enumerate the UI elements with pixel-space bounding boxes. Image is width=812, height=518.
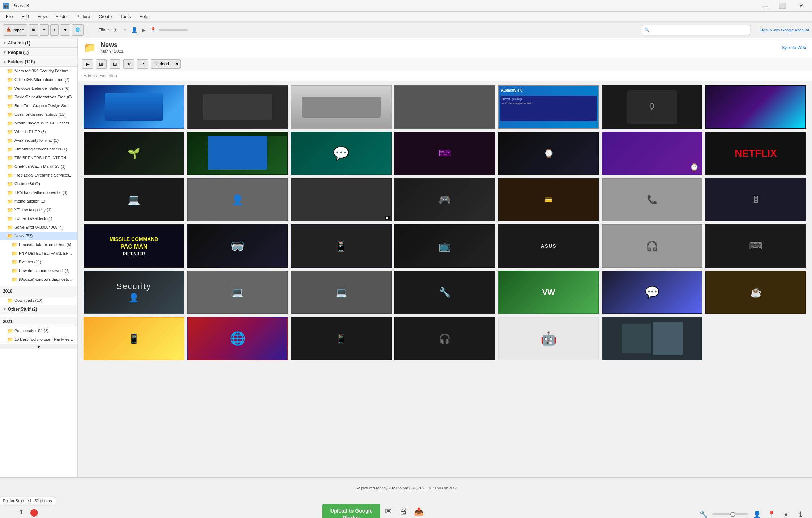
view-toggle-2[interactable]: ≡ (40, 24, 48, 36)
geo-button[interactable]: 🌐 (72, 24, 84, 36)
sidebar-scroll-down[interactable]: ▼ (0, 344, 77, 349)
sidebar-item-dhcp[interactable]: 📁 What is DHCP (3) (0, 127, 77, 136)
photo-item[interactable]: 🎧 (394, 317, 495, 360)
photo-item[interactable]: ASUS (498, 224, 599, 268)
sidebar-item-tpm[interactable]: 📁 TPM has malfucntioned fic (8) (0, 188, 77, 197)
person-icon[interactable]: 👤 (751, 509, 763, 518)
photo-item[interactable]: 📱 (291, 317, 392, 360)
filter-geo[interactable]: 📍 (149, 26, 157, 34)
photo-item[interactable]: 👤 (187, 178, 288, 221)
photo-item[interactable]: ▶ (291, 178, 392, 221)
photo-item[interactable]: ⌚ (602, 132, 703, 175)
sync-to-web-button[interactable]: Sync to Web (782, 45, 806, 50)
export-action[interactable]: 📤 Export (413, 507, 424, 518)
email-action[interactable]: ✉ Email (383, 507, 393, 518)
location-icon[interactable]: 📍 (766, 509, 777, 518)
menu-tools[interactable]: Tools (116, 13, 135, 21)
photo-item-audacity[interactable]: Audacity 3.0 How to get help — Visit our… (498, 85, 599, 129)
photo-item[interactable] (84, 85, 184, 129)
photo-item[interactable]: 📱 (291, 224, 392, 268)
sidebar-item-gaming[interactable]: 📁 Uses for gaming laptops (11) (0, 110, 77, 119)
sidebar-folders-header[interactable]: ▼ Folders (116) (0, 57, 77, 67)
photo-item-pacman[interactable]: MISSILE COMMAND PAC-MAN DEFENDER (84, 224, 184, 268)
import-button[interactable]: 📥 Import (3, 24, 27, 36)
filter-slider[interactable] (159, 29, 188, 31)
sidebar-item-streaming[interactable]: 📁 Streaming services oscars (1) (0, 145, 77, 153)
filter-video[interactable]: ▶ (140, 26, 148, 34)
sidebar-item-meme[interactable]: 📁 meme auction (1) (0, 197, 77, 205)
photo-item[interactable]: 🔧 (394, 271, 495, 314)
sidebar-item-error[interactable]: 📁 Solve Error 0x80004005 (4) (0, 223, 77, 232)
photo-item[interactable]: ⌨ (705, 224, 806, 268)
close-button[interactable]: ✕ (792, 0, 809, 12)
photo-item[interactable]: 💳 (498, 178, 599, 221)
photo-item[interactable]: 💻 (187, 271, 288, 314)
sidebar-item-downloads[interactable]: 📁 Downloads (10) (0, 296, 77, 305)
menu-file[interactable]: File (1, 13, 17, 21)
grid-button[interactable]: ⊟ (110, 59, 120, 69)
bottom-icon-1[interactable]: 🔧 (698, 509, 709, 518)
share-button[interactable]: ↗ (137, 59, 148, 69)
photo-item[interactable]: 🎙 (602, 85, 703, 129)
filter-upload[interactable]: ↑ (121, 26, 129, 34)
sidebar-item-news[interactable]: 📂 News (52) (0, 232, 77, 240)
photo-item[interactable]: 💻 (291, 271, 392, 314)
sidebar-item-berners[interactable]: 📁 TIM BERNERS LEE INTERN... (0, 153, 77, 162)
sign-in-link[interactable]: Sign in with Google Account (760, 28, 809, 32)
zoom-thumb[interactable] (730, 512, 735, 517)
sidebar-item-twitter[interactable]: 📁 Twitter Tweetdeck (1) (0, 214, 77, 223)
sidebar-item-pnp[interactable]: 📁 PNP DETECTED FATAL ER... (0, 249, 77, 258)
sidebar-item-avira[interactable]: 📁 Avira security for mac (1) (0, 136, 77, 145)
sidebar-item-powerpoint[interactable]: 📁 PowerPoint Alternatives Free (8) (0, 93, 77, 101)
sidebar-item-recover[interactable]: 📁 Recover data external hdd (5) (0, 240, 77, 249)
photo-item[interactable]: 💻 (84, 178, 184, 221)
photo-item[interactable] (187, 85, 288, 129)
play-button[interactable]: ▶ (82, 59, 93, 69)
sidebar-item-diagnostic[interactable]: 📁 (Update) windows diagnostic t... (0, 275, 77, 284)
photo-item-security[interactable]: Security 👤 (84, 271, 184, 314)
photo-item-vr[interactable]: 🥽 (187, 224, 288, 268)
sidebar-item-pictures[interactable]: 📁 Pictures (11) (0, 258, 77, 266)
sidebar-item-peacemaker[interactable]: 📁 Peacemaker S1 (8) (0, 326, 77, 335)
bottom-icon-circle[interactable]: ⬤ (29, 507, 39, 517)
menu-create[interactable]: Create (94, 13, 116, 21)
sidebar-item-yt[interactable]: 📁 YT new tax policy (1) (0, 205, 77, 214)
sidebar-item-graphic[interactable]: 📁 Best Free Graphic Design Sof... (0, 101, 77, 110)
upload-google-photos-button[interactable]: Upload to Google Photos (322, 504, 380, 518)
sidebar-item-ms365[interactable]: 📁 Microsoft 365 Security Feature... (0, 67, 77, 75)
search-input[interactable] (651, 27, 748, 33)
menu-edit[interactable]: Edit (17, 13, 33, 21)
sidebar-people-header[interactable]: ▼ People (1) (0, 48, 77, 57)
photo-item[interactable]: 📺 (394, 224, 495, 268)
sidebar-item-media[interactable]: 📁 Media Players With GPU accel... (0, 119, 77, 127)
photo-item-netflix[interactable]: NETFLIX (705, 132, 806, 175)
sidebar-item-chrome89[interactable]: 📁 Chrome 89 (2) (0, 179, 77, 188)
view-toggle-1[interactable]: ⊞ (29, 24, 38, 36)
view-toggle-3[interactable]: ↕ (50, 24, 59, 36)
filter-person[interactable]: 👤 (131, 26, 138, 34)
sidebar-item-o365[interactable]: 📁 Office 365 Alternatives Free (7) (0, 75, 77, 84)
photo-item[interactable] (187, 132, 288, 175)
description-field[interactable]: Add a description (78, 71, 812, 81)
maximize-button[interactable]: ⬜ (774, 0, 791, 12)
photo-item-discord[interactable]: 💬 (602, 271, 703, 314)
sidebar-item-rar[interactable]: 📁 10 Best Tools to open Rar Files... (0, 335, 77, 344)
photo-item[interactable] (705, 85, 806, 129)
photo-item[interactable]: ⌨ (394, 132, 495, 175)
photo-item[interactable] (394, 85, 495, 129)
photo-item-yellow[interactable]: 📱 (84, 317, 184, 360)
photo-item[interactable]: 🎛 (705, 178, 806, 221)
minimize-button[interactable]: — (756, 0, 773, 12)
menu-folder[interactable]: Folder (51, 13, 72, 21)
photo-item-robot[interactable]: 🤖 (498, 317, 599, 360)
photo-item[interactable]: 🎧 (602, 224, 703, 268)
slideshow-button[interactable]: ⊞ (96, 59, 107, 69)
photo-item[interactable]: 📞 (602, 178, 703, 221)
photo-item-chrome[interactable]: 🌐 (187, 317, 288, 360)
photo-item[interactable]: VW (498, 271, 599, 314)
menu-picture[interactable]: Picture (72, 13, 94, 21)
photo-item[interactable] (291, 85, 392, 129)
photo-item[interactable]: ⌚ (498, 132, 599, 175)
bottom-icon-upload[interactable]: ⬆ (16, 507, 26, 517)
sidebar-albums-header[interactable]: ▼ Albums (1) (0, 38, 77, 48)
